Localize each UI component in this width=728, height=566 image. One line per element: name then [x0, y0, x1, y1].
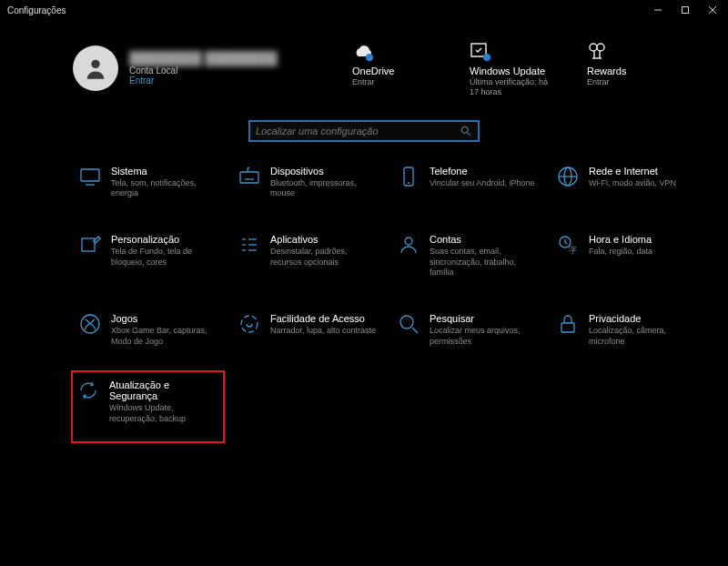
- status-title: Windows Update: [470, 66, 556, 76]
- svg-point-32: [405, 238, 412, 245]
- category-system[interactable]: SistemaTela, som, notificações, energia: [73, 160, 223, 205]
- header: ████████ ████████ Conta Local Entrar One…: [0, 20, 728, 107]
- svg-rect-39: [561, 323, 574, 332]
- svg-rect-25: [82, 238, 95, 251]
- close-button[interactable]: [699, 0, 726, 20]
- monitor-icon: [78, 166, 102, 189]
- search-wrap: [0, 120, 728, 142]
- svg-rect-14: [240, 172, 258, 183]
- category-title: Aplicativos: [270, 234, 377, 245]
- category-sub: Tela de Fundo, tela de bloqueio, cores: [111, 247, 217, 268]
- maximize-button[interactable]: [672, 0, 699, 20]
- category-sub: Wi-Fi, modo avião, VPN: [589, 178, 676, 189]
- status-sub: Entrar: [352, 77, 439, 87]
- svg-line-11: [468, 132, 470, 135]
- cloud-icon: [352, 38, 439, 62]
- search-box[interactable]: [248, 120, 480, 142]
- apps-icon: [238, 234, 261, 258]
- svg-point-9: [597, 44, 604, 51]
- svg-point-7: [483, 54, 490, 61]
- status-rewards[interactable]: Rewards Entrar: [587, 38, 673, 98]
- category-privacy[interactable]: PrivacidadeLocalização, câmera, microfon…: [551, 308, 701, 352]
- avatar: [73, 45, 118, 91]
- category-title: Sistema: [111, 166, 217, 177]
- svg-point-36: [241, 316, 258, 332]
- window-controls: [644, 0, 726, 20]
- category-title: Telefone: [430, 166, 534, 177]
- user-name: ████████ ████████: [129, 51, 278, 66]
- user-section[interactable]: ████████ ████████ Conta Local Entrar: [73, 38, 278, 98]
- category-title: Facilidade de Acesso: [270, 313, 376, 324]
- status-sub: Última verificação: há 17 horas: [470, 77, 556, 98]
- category-title: Pesquisar: [430, 313, 536, 324]
- category-title: Personalização: [111, 234, 217, 245]
- status-onedrive[interactable]: OneDrive Entrar: [352, 38, 439, 98]
- status-title: Rewards: [587, 66, 673, 76]
- category-title: Jogos: [111, 313, 217, 324]
- update-icon: [470, 38, 556, 62]
- status-title: OneDrive: [352, 66, 439, 76]
- svg-line-38: [412, 328, 418, 333]
- category-devices[interactable]: DispositivosBluetooth, impressoras, mous…: [232, 160, 382, 205]
- phone-icon: [397, 166, 420, 189]
- lock-icon: [556, 313, 580, 337]
- clock-language-icon: 字: [556, 234, 580, 258]
- svg-text:字: 字: [569, 246, 577, 255]
- category-gaming[interactable]: JogosXbox Game Bar, capturas, Modo de Jo…: [73, 308, 223, 352]
- svg-point-10: [461, 126, 468, 133]
- signin-link[interactable]: Entrar: [129, 76, 278, 86]
- window-title: Configurações: [7, 5, 66, 15]
- category-network[interactable]: Rede e InternetWi-Fi, modo avião, VPN: [551, 160, 701, 205]
- xbox-icon: [78, 313, 102, 337]
- account-type: Conta Local: [129, 66, 278, 76]
- category-title: Atualização e Segurança: [109, 379, 219, 401]
- category-title: Hora e Idioma: [589, 234, 652, 245]
- category-phone[interactable]: TelefoneVincular seu Android, iPhone: [391, 160, 541, 205]
- category-time[interactable]: 字 Hora e IdiomaFala, região, data: [551, 228, 701, 284]
- globe-icon: [556, 166, 580, 189]
- category-update[interactable]: Atualização e SegurançaWindows Update, r…: [71, 370, 225, 442]
- search-icon: [460, 125, 472, 137]
- category-personalization[interactable]: PersonalizaçãoTela de Fundo, tela de blo…: [73, 228, 223, 284]
- category-grid: SistemaTela, som, notificações, energia …: [0, 160, 728, 438]
- svg-point-4: [91, 59, 99, 67]
- status-sub: Entrar: [587, 77, 673, 87]
- category-sub: Fala, região, data: [589, 247, 652, 258]
- category-sub: Desinstalar, padrões, recursos opcionais: [270, 247, 377, 268]
- svg-point-37: [400, 316, 413, 328]
- category-apps[interactable]: AplicativosDesinstalar, padrões, recurso…: [232, 228, 382, 284]
- category-sub: Xbox Game Bar, capturas, Modo de Jogo: [111, 326, 217, 347]
- category-title: Contas: [430, 234, 536, 245]
- person-icon: [397, 234, 420, 258]
- status-update[interactable]: Windows Update Última verificação: há 17…: [470, 38, 556, 98]
- category-title: Privacidade: [589, 313, 695, 324]
- search-input[interactable]: [256, 126, 460, 136]
- sync-icon: [76, 379, 100, 403]
- category-sub: Vincular seu Android, iPhone: [430, 178, 534, 189]
- category-accounts[interactable]: ContasSuas contas, email, sincronização,…: [391, 228, 541, 284]
- category-sub: Windows Update, recuperação, backup: [109, 403, 219, 424]
- svg-point-5: [366, 54, 373, 61]
- svg-rect-1: [682, 7, 689, 14]
- minimize-button[interactable]: [644, 0, 672, 20]
- category-sub: Narrador, lupa, alto contraste: [270, 326, 376, 337]
- category-sub: Bluetooth, impressoras, mouse: [270, 178, 377, 199]
- user-info: ████████ ████████ Conta Local Entrar: [129, 51, 278, 86]
- search-icon: [397, 313, 420, 337]
- category-sub: Localização, câmera, microfone: [589, 326, 695, 347]
- person-icon: [83, 56, 108, 81]
- keyboard-icon: [238, 166, 261, 189]
- svg-point-8: [590, 44, 597, 51]
- titlebar: Configurações: [0, 0, 728, 20]
- category-ease[interactable]: Facilidade de AcessoNarrador, lupa, alto…: [232, 308, 382, 352]
- pen-icon: [78, 234, 102, 258]
- category-sub: Localizar meus arquivos, permissões: [430, 326, 536, 347]
- category-title: Rede e Internet: [589, 166, 676, 177]
- ease-icon: [238, 313, 261, 337]
- status-section: OneDrive Entrar Windows Update Última ve…: [352, 38, 673, 98]
- category-search[interactable]: PesquisarLocalizar meus arquivos, permis…: [391, 308, 541, 352]
- svg-rect-12: [81, 169, 99, 181]
- rewards-icon: [587, 38, 673, 62]
- category-sub: Suas contas, email, sincronização, traba…: [430, 247, 536, 278]
- category-sub: Tela, som, notificações, energia: [111, 178, 217, 199]
